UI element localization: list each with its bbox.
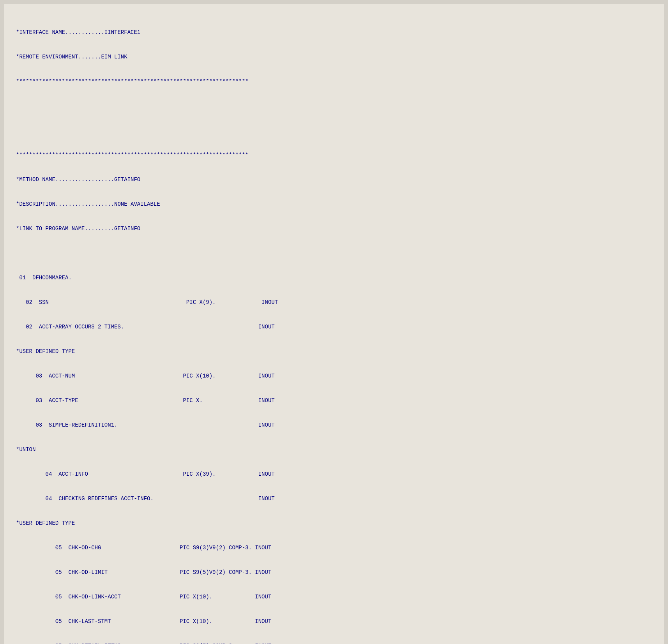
- code-line-1: *INTERFACE NAME............IINTERFACE1: [16, 28, 652, 37]
- code-line-12: 03 ACCT-NUM PIC X(10). INOUT: [16, 372, 652, 380]
- code-line-19: 05 CHK-OD-CHG PIC S9(3)V9(2) COMP-3. INO…: [16, 544, 652, 552]
- code-line-8: 01 DFHCOMMAREA.: [16, 274, 652, 282]
- blank-line-2: [16, 127, 652, 135]
- code-line-2: *REMOTE ENVIRONMENT.......EIM LINK: [16, 53, 652, 61]
- code-display: *INTERFACE NAME............IINTERFACE1 *…: [16, 12, 652, 644]
- code-line-11: *USER DEFINED TYPE: [16, 348, 652, 356]
- blank-line-1: [16, 102, 652, 110]
- code-line-21: 05 CHK-OD-LINK-ACCT PIC X(10). INOUT: [16, 593, 652, 601]
- code-line-4: ****************************************…: [16, 151, 652, 159]
- code-line-22: 05 CHK-LAST-STMT PIC X(10). INOUT: [16, 618, 652, 626]
- main-container: *INTERFACE NAME............IINTERFACE1 *…: [4, 4, 664, 644]
- code-line-20: 05 CHK-OD-LIMIT PIC S9(5)V9(2) COMP-3. I…: [16, 568, 652, 577]
- code-line-13: 03 ACCT-TYPE PIC X. INOUT: [16, 397, 652, 405]
- code-line-17: 04 CHECKING REDEFINES ACCT-INFO. INOUT: [16, 495, 652, 503]
- code-line-10: 02 ACCT-ARRAY OCCURS 2 TIMES. INOUT: [16, 323, 652, 331]
- code-line-18: *USER DEFINED TYPE: [16, 519, 652, 528]
- code-line-23: 05 CHK-DETAIL-ITEMS PIC S9(7) COMP-3. IN…: [16, 642, 652, 644]
- code-line-9: 02 SSN PIC X(9). INOUT: [16, 298, 652, 307]
- code-line-15: *UNION: [16, 446, 652, 454]
- code-line-14: 03 SIMPLE-REDEFINITION1. INOUT: [16, 421, 652, 429]
- code-line-6: *DESCRIPTION..................NONE AVAIL…: [16, 200, 652, 208]
- blank-line-3: [16, 249, 652, 258]
- code-line-7: *LINK TO PROGRAM NAME.........GETAINFO: [16, 225, 652, 233]
- code-line-16: 04 ACCT-INFO PIC X(39). INOUT: [16, 470, 652, 478]
- code-line-5: *METHOD NAME..................GETAINFO: [16, 176, 652, 184]
- code-line-3: ****************************************…: [16, 78, 652, 86]
